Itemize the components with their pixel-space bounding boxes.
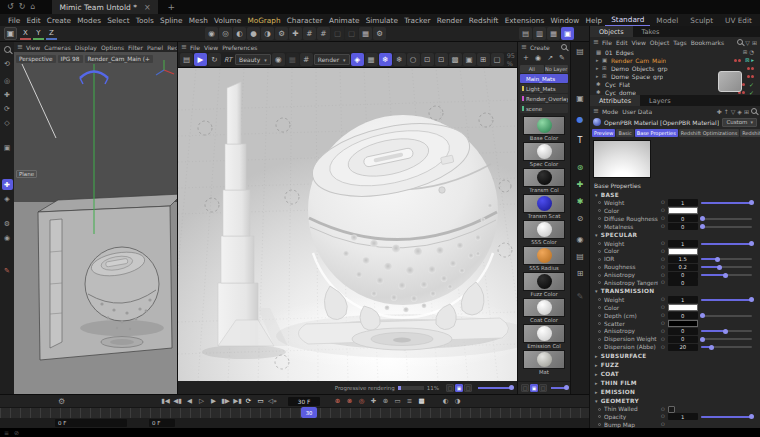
keyframe-dot[interactable] (598, 415, 601, 418)
link-circle-icon[interactable]: O (661, 224, 665, 229)
group-arrow-icon[interactable]: ▸ (595, 362, 598, 368)
toolbar-icon[interactable]: ● (247, 27, 260, 40)
link-circle-icon[interactable]: O (661, 337, 665, 342)
axis-lock-button[interactable]: X (20, 28, 31, 40)
material-tool-icon[interactable]: ↗ (547, 54, 553, 62)
record-button[interactable]: ⊕ (332, 396, 343, 407)
keyframe-dot[interactable] (598, 281, 601, 284)
material-thumbnail[interactable] (523, 220, 565, 239)
group-header[interactable]: ▾ GEOMETRY (590, 396, 760, 405)
axis-lock-button[interactable]: Y (33, 28, 44, 40)
objects-menu-item[interactable]: Tags (673, 39, 686, 46)
tool-icon[interactable]: ◉ (2, 232, 13, 243)
viewport-menu-item[interactable]: View (26, 44, 40, 51)
tool-icon[interactable]: ⟳ (2, 103, 13, 114)
toolbar-icon[interactable]: ◉ (205, 27, 218, 40)
renderview-menu-item[interactable]: File (190, 44, 200, 51)
gear-icon[interactable]: ⚙ (58, 397, 65, 406)
property-tab[interactable]: Preview (592, 129, 615, 137)
group-arrow-icon[interactable]: ▸ (595, 389, 598, 395)
material-layer[interactable]: Light_Mats (520, 84, 568, 93)
parameter-value[interactable]: 1.5 (668, 256, 698, 263)
document-tab[interactable]: Mimic Team Untold * × (52, 0, 157, 14)
group-header[interactable]: ▸ THIN FILM (590, 378, 760, 387)
menu-item[interactable]: Mesh (186, 16, 211, 25)
palette-icon[interactable]: ⊞ (573, 267, 587, 280)
transport-button[interactable]: ▷ (196, 396, 207, 407)
parameter-slider[interactable] (701, 338, 752, 340)
parameter-value[interactable]: 0 (668, 328, 698, 335)
menu-item[interactable]: Help (582, 16, 605, 25)
record-button[interactable]: ✚ (368, 396, 379, 407)
panel-tab[interactable]: Attributes (590, 95, 640, 106)
transport-button[interactable]: ▶ (208, 396, 219, 407)
menu-item[interactable]: MoGraph (244, 16, 283, 25)
material-view-icon[interactable]: ▣ (530, 384, 538, 392)
material-tool-icon[interactable]: ✎ (559, 54, 565, 62)
objects-menu-item[interactable]: Bookmarks (691, 39, 725, 46)
material-thumbnail[interactable] (523, 194, 565, 213)
object-name[interactable]: Dome_Space_grp (611, 73, 663, 80)
renderview-toolbar-icon[interactable]: ▦ (365, 53, 378, 66)
expander-icon[interactable]: ▸ (596, 65, 600, 71)
group-arrow-icon[interactable]: ▸ (595, 353, 598, 359)
filter-icon[interactable]: ▽ (745, 39, 750, 46)
renderview-toolbar-icon[interactable]: # (300, 53, 313, 66)
renderview-toolbar-icon[interactable]: ▣ (463, 53, 476, 66)
renderview-toolbar-label[interactable]: RT (222, 56, 234, 64)
renderview-toolbar-icon[interactable]: ▤ (180, 53, 193, 66)
menu-item[interactable]: Redshift (466, 16, 502, 25)
viewport-canvas[interactable]: Perspective IPG 98 Render_Cam_Main (+ Pl… (14, 52, 178, 394)
search-icon[interactable] (4, 46, 11, 53)
transport-button[interactable]: ▶▮ (232, 396, 243, 407)
attributes-header-icon[interactable]: ▽ (731, 108, 736, 115)
layout-tab[interactable]: Model (650, 15, 684, 26)
menu-item[interactable]: Spline (157, 16, 186, 25)
keyframe-dot[interactable] (598, 242, 601, 245)
record-button[interactable]: ▩ (416, 396, 427, 407)
renderview-toolbar-icon[interactable]: ⊡ (421, 53, 434, 66)
material-layer[interactable]: Main_Mats (520, 74, 568, 83)
menu-item[interactable]: Modes (74, 16, 104, 25)
menu-item[interactable]: Create (44, 16, 74, 25)
material-swatch[interactable]: Spec Color (523, 142, 565, 167)
visibility-dots[interactable] (747, 75, 754, 78)
link-circle-icon[interactable]: O (661, 329, 665, 334)
link-circle-icon[interactable]: O (661, 280, 665, 285)
material-thumbnail[interactable] (523, 272, 565, 291)
parameter-value[interactable]: 0 (668, 223, 698, 230)
zoom-slider[interactable] (478, 387, 512, 389)
keyframe-dot[interactable] (598, 423, 601, 426)
palette-icon[interactable]: ▤ (573, 250, 587, 263)
object-name[interactable]: Render_Cam_Main (611, 57, 666, 64)
menu-item[interactable]: Animate (326, 16, 363, 25)
panel-tab[interactable]: Takes (633, 26, 669, 37)
group-arrow-icon[interactable]: ▾ (595, 288, 598, 294)
hud-projection[interactable]: Perspective (16, 55, 56, 63)
material-view-icon[interactable]: □ (539, 384, 547, 392)
view-mode-icon[interactable]: □ (464, 384, 472, 392)
link-circle-icon[interactable]: O (661, 321, 665, 326)
render-button[interactable]: ▦ (547, 27, 560, 40)
parameter-value[interactable]: 1 (668, 240, 698, 247)
material-swatch[interactable]: Base Color (523, 116, 565, 141)
anim-option-button[interactable]: ◐ (440, 396, 451, 407)
record-button[interactable]: ▭ (392, 396, 403, 407)
status-icon[interactable]: ≡ (4, 429, 9, 436)
parameter-slider[interactable] (701, 243, 752, 245)
parameter-value[interactable]: 0 (668, 272, 698, 279)
parameter-value[interactable]: 1 (668, 413, 698, 420)
menu-item[interactable]: Render (434, 16, 466, 25)
render-button[interactable]: ▥ (533, 27, 546, 40)
keyframe-dot[interactable] (598, 217, 601, 220)
filter-button[interactable]: All (520, 65, 544, 73)
grid-icon[interactable]: ⊞ (752, 39, 757, 46)
link-circle-icon[interactable]: O (661, 313, 665, 318)
record-button[interactable]: ≡ (404, 396, 415, 407)
attributes-header-icon[interactable]: ◈ (737, 108, 742, 115)
color-swatch[interactable] (668, 248, 698, 255)
palette-icon[interactable]: ● (573, 113, 587, 126)
material-swatch[interactable]: Mat (523, 350, 565, 375)
toolbar-icon[interactable]: ◐ (233, 27, 246, 40)
renderview-toolbar-label[interactable]: 95 % (505, 52, 517, 68)
